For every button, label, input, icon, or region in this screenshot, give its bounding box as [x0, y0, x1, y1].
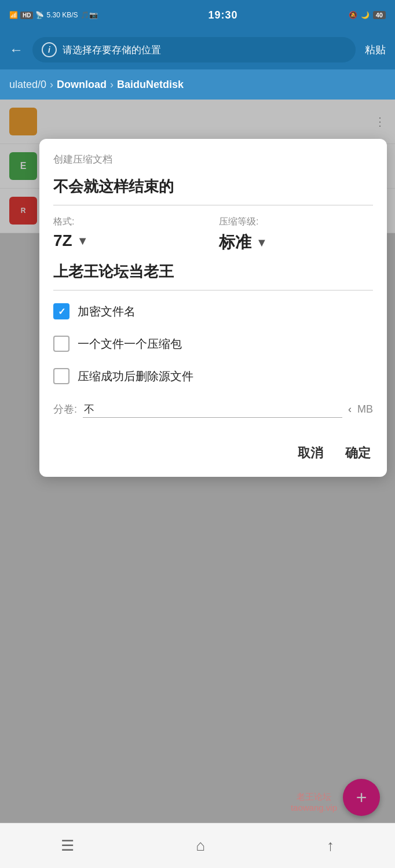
status-left: 📶 HD 📡 5.30 KB/S 🎵📷 [9, 11, 98, 19]
watermark: 老王论坛 taowang.vip [291, 792, 337, 812]
delete-source-row: 压缩成功后删除源文件 [53, 368, 373, 384]
header-path-text: 请选择存要存储的位置 [63, 43, 161, 57]
compression-dropdown-arrow: ▼ [256, 236, 268, 249]
breadcrumb-part3[interactable]: BaiduNetdisk [117, 79, 184, 91]
one-file-one-archive-label: 一个文件一个压缩包 [78, 336, 182, 352]
encrypt-filename-checkbox[interactable] [53, 303, 70, 319]
format-row: 格式: 7Z ▼ 压缩等级: 标准 ▼ [53, 216, 373, 253]
dialog-buttons: 取消 确定 [53, 441, 373, 465]
silent-icon: 🔕 [349, 11, 357, 19]
battery-badge: 40 [373, 11, 386, 19]
moon-icon: 🌙 [361, 11, 370, 19]
split-chevron-icon[interactable]: ‹ [348, 403, 352, 415]
password-input[interactable]: 上老王论坛当老王 [53, 262, 373, 290]
compression-value: 标准 [219, 231, 251, 253]
breadcrumb-sep1: › [50, 79, 53, 91]
split-input[interactable] [83, 400, 342, 418]
split-volume-row: 分卷: ‹ MB [53, 400, 373, 424]
compression-dropdown[interactable]: 标准 ▼ [219, 231, 373, 253]
bottom-nav: ☰ ⌂ ↑ [0, 823, 395, 868]
signal-icon: 📶 [9, 11, 18, 19]
delete-source-checkbox[interactable] [53, 368, 70, 384]
compression-label: 压缩等级: [219, 216, 373, 228]
status-right: 🔕 🌙 40 [349, 11, 386, 19]
dialog-title: 创建压缩文档 [53, 153, 373, 166]
watermark-line1: 老王论坛 [291, 792, 337, 803]
encrypt-filename-label: 加密文件名 [78, 304, 136, 319]
wifi-icon: 📡 [35, 11, 44, 19]
format-dropdown-arrow: ▼ [77, 234, 89, 248]
breadcrumb-bar: ulated/0 › Download › BaiduNetdisk [0, 69, 395, 100]
format-value: 7Z [53, 231, 72, 250]
speed-text: 5.30 KB/S [46, 11, 78, 19]
confirm-button[interactable]: 确定 [343, 441, 373, 465]
nav-home-icon[interactable]: ⌂ [196, 837, 205, 855]
info-icon: i [42, 42, 57, 57]
watermark-line2: taowang.vip [291, 803, 337, 812]
cancel-button[interactable]: 取消 [295, 441, 325, 465]
app-header: ← i 请选择存要存储的位置 粘贴 [0, 30, 395, 69]
nav-share-icon[interactable]: ↑ [327, 837, 334, 855]
breadcrumb-sep2: › [110, 79, 114, 91]
status-bar: 📶 HD 📡 5.30 KB/S 🎵📷 19:30 🔕 🌙 40 [0, 0, 395, 30]
status-time: 19:30 [209, 9, 238, 21]
create-archive-dialog: 创建压缩文档 不会就这样结束的 格式: 7Z ▼ 压缩等级: 标准 ▼ 上老王论… [39, 139, 387, 477]
compression-group: 压缩等级: 标准 ▼ [219, 216, 373, 253]
breadcrumb-part1[interactable]: ulated/0 [9, 79, 46, 91]
split-label: 分卷: [53, 402, 77, 416]
one-file-one-archive-checkbox[interactable] [53, 336, 70, 352]
back-button[interactable]: ← [9, 42, 23, 58]
encrypt-filename-row: 加密文件名 [53, 303, 373, 319]
hd-badge: HD [20, 12, 33, 19]
breadcrumb-part2[interactable]: Download [57, 79, 107, 91]
format-label: 格式: [53, 216, 207, 228]
split-unit: MB [357, 403, 373, 415]
format-group: 格式: 7Z ▼ [53, 216, 207, 250]
delete-source-label: 压缩成功后删除源文件 [78, 369, 193, 384]
format-dropdown[interactable]: 7Z ▼ [53, 231, 207, 250]
archive-filename-input[interactable]: 不会就这样结束的 [53, 176, 373, 205]
paste-button[interactable]: 粘贴 [365, 43, 386, 57]
notification-icons: 🎵📷 [81, 11, 98, 19]
header-title-pill: i 请选择存要存储的位置 [32, 37, 356, 62]
nav-menu-icon[interactable]: ☰ [61, 837, 74, 855]
one-file-one-archive-row: 一个文件一个压缩包 [53, 336, 373, 352]
